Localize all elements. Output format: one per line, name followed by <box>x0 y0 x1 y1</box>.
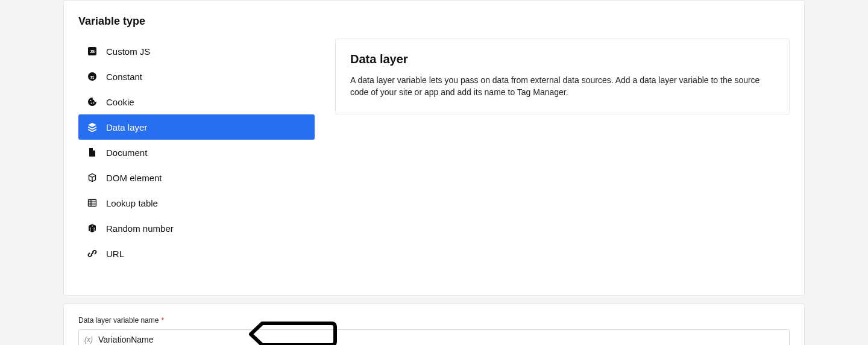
type-label: Custom JS <box>106 46 150 57</box>
field-label: Data layer variable name <box>78 316 159 325</box>
type-item-url[interactable]: URL <box>78 241 315 266</box>
type-item-custom-js[interactable]: JS Custom JS <box>78 39 315 64</box>
svg-point-14 <box>93 228 95 229</box>
type-item-cookie[interactable]: Cookie <box>78 89 315 114</box>
type-label: DOM element <box>106 173 162 183</box>
js-icon: JS <box>87 46 98 57</box>
constant-icon: π <box>87 71 98 82</box>
svg-point-4 <box>90 100 92 101</box>
svg-point-6 <box>93 102 95 104</box>
type-item-lookup-table[interactable]: Lookup table <box>78 190 315 216</box>
info-description: A data layer variable lets you pass on d… <box>350 75 775 98</box>
svg-point-11 <box>92 226 93 227</box>
variable-name-card: Data layer variable name * (x) <box>63 303 805 345</box>
variable-type-columns: JS Custom JS π Constant Cookie <box>64 39 804 266</box>
variable-name-input-wrap[interactable]: (x) <box>78 329 790 345</box>
variable-type-list: JS Custom JS π Constant Cookie <box>78 39 315 266</box>
document-icon <box>87 147 98 158</box>
svg-point-5 <box>91 103 92 104</box>
svg-text:JS: JS <box>90 49 95 54</box>
svg-text:π: π <box>90 74 95 80</box>
type-item-document[interactable]: Document <box>78 140 315 165</box>
link-icon <box>87 248 98 259</box>
type-label: Data layer <box>106 122 147 132</box>
variable-icon: (x) <box>84 335 93 344</box>
dice-icon <box>87 223 98 234</box>
cube-outline-icon <box>87 172 98 183</box>
table-icon <box>87 197 98 208</box>
cookie-icon <box>87 96 98 107</box>
type-label: Random number <box>106 223 174 234</box>
svg-point-12 <box>90 228 91 229</box>
svg-rect-7 <box>89 200 96 207</box>
type-info-panel: Data layer A data layer variable lets yo… <box>335 39 790 114</box>
variable-name-input[interactable] <box>98 335 784 344</box>
svg-point-13 <box>90 229 91 231</box>
type-item-dom-element[interactable]: DOM element <box>78 165 315 190</box>
type-label: Lookup table <box>106 198 158 208</box>
layers-icon <box>87 122 98 132</box>
svg-point-15 <box>93 229 95 231</box>
type-item-data-layer[interactable]: Data layer <box>78 114 315 140</box>
field-label-row: Data layer variable name * <box>78 316 790 325</box>
type-label: URL <box>106 249 124 259</box>
type-label: Document <box>106 148 147 158</box>
type-item-random-number[interactable]: Random number <box>78 216 315 241</box>
type-item-constant[interactable]: π Constant <box>78 64 315 89</box>
type-label: Constant <box>106 72 142 82</box>
variable-type-card: Variable type JS Custom JS π Constant Co… <box>63 0 805 296</box>
type-label: Cookie <box>106 97 134 107</box>
required-marker: * <box>161 316 164 325</box>
section-title: Variable type <box>64 15 804 39</box>
info-title: Data layer <box>350 52 775 66</box>
